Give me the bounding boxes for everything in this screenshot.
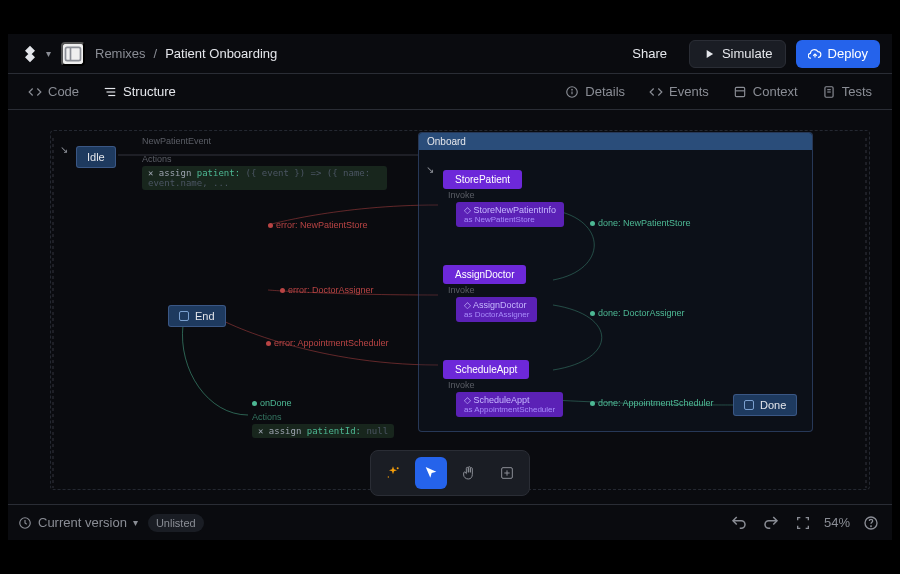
on-done-assign[interactable]: ✕ assign patientId: null xyxy=(252,424,394,438)
structure-icon xyxy=(103,85,117,99)
subbar: Code Structure Details Events Context Te… xyxy=(8,74,892,110)
ondone-assign-kw: assign xyxy=(269,426,302,436)
workspace-chevron-icon[interactable]: ▾ xyxy=(46,48,51,59)
svg-point-20 xyxy=(871,526,872,527)
plus-square-icon xyxy=(499,465,515,481)
panel-toggle-button[interactable] xyxy=(61,42,85,66)
transition-error-store[interactable]: error: NewPatientStore xyxy=(268,220,368,230)
invoke-store-patient[interactable]: ◇ StoreNewPatientInfo as NewPatientStore xyxy=(456,202,564,227)
invoke-assign-doctor[interactable]: ◇ AssignDoctor as DoctorAssigner xyxy=(456,297,537,322)
deploy-label: Deploy xyxy=(828,46,868,61)
svg-point-7 xyxy=(572,89,573,90)
state-idle[interactable]: Idle xyxy=(76,146,116,168)
error-store-label: error: NewPatientStore xyxy=(276,220,368,230)
tab-details[interactable]: Details xyxy=(555,78,635,106)
tab-context[interactable]: Context xyxy=(723,78,808,106)
code-icon xyxy=(28,85,42,99)
tab-events[interactable]: Events xyxy=(639,78,719,106)
svg-rect-0 xyxy=(66,47,81,60)
on-done-label[interactable]: onDone xyxy=(252,398,292,408)
invoke-label-3: Invoke xyxy=(448,380,475,390)
undo-button[interactable] xyxy=(728,512,750,534)
state-done[interactable]: Done xyxy=(733,394,797,416)
canvas[interactable]: ↘ Idle NewPatientEvent Actions ✕ assign … xyxy=(8,110,892,504)
transition-error-doctor[interactable]: error: DoctorAssigner xyxy=(280,285,374,295)
tab-details-label: Details xyxy=(585,84,625,99)
state-assign-doctor[interactable]: AssignDoctor xyxy=(443,265,526,284)
invoke-name-1: StoreNewPatientInfo xyxy=(474,205,557,215)
transition-done-store[interactable]: done: NewPatientStore xyxy=(590,218,691,228)
context-icon xyxy=(733,85,747,99)
state-idle-label: Idle xyxy=(87,151,105,163)
done-store-label: done: NewPatientStore xyxy=(598,218,691,228)
tab-structure[interactable]: Structure xyxy=(93,78,186,106)
state-done-label: Done xyxy=(760,399,786,411)
initial-assign-action[interactable]: ✕ assign patient: ({ event }) => ({ name… xyxy=(142,166,387,190)
final-state-icon xyxy=(179,311,189,321)
error-doctor-label: error: DoctorAssigner xyxy=(288,285,374,295)
tab-code-label: Code xyxy=(48,84,79,99)
upload-cloud-icon xyxy=(808,47,822,61)
transition-error-schedule[interactable]: error: AppointmentScheduler xyxy=(266,338,389,348)
help-button[interactable] xyxy=(860,512,882,534)
ondone-assign-key: patientId: xyxy=(307,426,361,436)
breadcrumb: Remixes / Patient Onboarding xyxy=(95,46,277,61)
invoke-name-3: ScheduleAppt xyxy=(474,395,530,405)
state-schedule-appt[interactable]: ScheduleAppt xyxy=(443,360,529,379)
simulate-button[interactable]: Simulate xyxy=(689,40,786,68)
undo-icon xyxy=(730,514,748,532)
canvas-toolbar xyxy=(370,450,530,496)
events-icon xyxy=(649,85,663,99)
state-onboard-header: Onboard xyxy=(419,133,812,150)
deploy-button[interactable]: Deploy xyxy=(796,40,880,68)
invoke-as-2: as DoctorAssigner xyxy=(464,310,529,319)
state-end-label: End xyxy=(195,310,215,322)
invoke-schedule-appt[interactable]: ◇ ScheduleAppt as AppointmentScheduler xyxy=(456,392,563,417)
simulate-label: Simulate xyxy=(722,46,773,61)
info-icon xyxy=(565,85,579,99)
version-selector[interactable]: Current version ▾ xyxy=(18,515,138,530)
play-icon xyxy=(702,47,716,61)
hand-icon xyxy=(461,465,477,481)
redo-button[interactable] xyxy=(760,512,782,534)
zoom-level[interactable]: 54% xyxy=(824,515,850,530)
onboard-initial-arrow-icon: ↘ xyxy=(426,164,434,175)
state-store-patient[interactable]: StorePatient xyxy=(443,170,522,189)
history-icon xyxy=(18,516,32,530)
tab-tests[interactable]: Tests xyxy=(812,78,882,106)
error-schedule-label: error: AppointmentScheduler xyxy=(274,338,389,348)
event-new-patient-label[interactable]: NewPatientEvent xyxy=(142,136,211,146)
state-end[interactable]: End xyxy=(168,305,226,327)
pointer-icon xyxy=(423,465,439,481)
app-logo-icon[interactable] xyxy=(20,44,40,64)
svg-point-13 xyxy=(397,467,399,469)
tab-structure-label: Structure xyxy=(123,84,176,99)
invoke-as-1: as NewPatientStore xyxy=(464,215,556,224)
svg-point-14 xyxy=(388,476,389,477)
share-button[interactable]: Share xyxy=(620,40,679,68)
breadcrumb-parent[interactable]: Remixes xyxy=(95,46,146,61)
done-schedule-label: done: AppointmentScheduler xyxy=(598,398,714,408)
sparkle-icon xyxy=(385,465,401,481)
pointer-tool-button[interactable] xyxy=(415,457,447,489)
redo-icon xyxy=(762,514,780,532)
add-tool-button[interactable] xyxy=(491,457,523,489)
tests-icon xyxy=(822,85,836,99)
visibility-badge[interactable]: Unlisted xyxy=(148,514,204,532)
tab-code[interactable]: Code xyxy=(18,78,89,106)
on-done-actions-label: Actions xyxy=(252,412,282,422)
fullscreen-button[interactable] xyxy=(792,512,814,534)
transition-done-doctor[interactable]: done: DoctorAssigner xyxy=(590,308,685,318)
transition-done-schedule[interactable]: done: AppointmentScheduler xyxy=(590,398,714,408)
ondone-assign-expr: null xyxy=(366,426,388,436)
actions-label: Actions xyxy=(142,154,172,164)
breadcrumb-current[interactable]: Patient Onboarding xyxy=(165,46,277,61)
final-done-icon xyxy=(744,400,754,410)
app-frame: ▾ Remixes / Patient Onboarding Share Sim… xyxy=(8,34,892,540)
done-doctor-label: done: DoctorAssigner xyxy=(598,308,685,318)
svg-rect-8 xyxy=(735,87,744,96)
invoke-label-1: Invoke xyxy=(448,190,475,200)
maximize-icon xyxy=(795,515,811,531)
pan-tool-button[interactable] xyxy=(453,457,485,489)
magic-tool-button[interactable] xyxy=(377,457,409,489)
